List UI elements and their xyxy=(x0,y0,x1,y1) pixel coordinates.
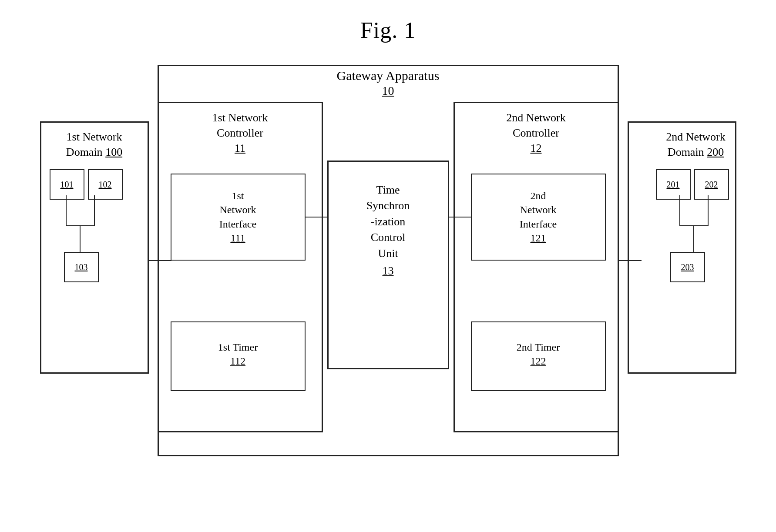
node-102: 102 xyxy=(88,169,123,200)
diagram: Gateway Apparatus 10 1st NetworkControll… xyxy=(40,65,736,500)
page-title: Fig. 1 xyxy=(360,17,416,43)
node-201: 201 xyxy=(656,169,691,200)
net-iface-1-label: 1stNetworkInterface 111 xyxy=(171,176,306,245)
node-101: 101 xyxy=(50,169,84,200)
net-ctrl-2-label: 2nd NetworkController 12 xyxy=(454,104,619,156)
net-domain-1-label: 1st NetworkDomain 100 xyxy=(40,124,149,160)
net-iface-2-label: 2ndNetworkInterface 121 xyxy=(471,176,606,245)
node-103: 103 xyxy=(64,252,99,282)
net-domain-2-label: 2nd NetworkDomain 200 xyxy=(642,124,750,160)
gateway-label: Gateway Apparatus 10 xyxy=(158,68,619,98)
node-202: 202 xyxy=(694,169,729,200)
time-sync-label: TimeSynchron-izationControlUnit 13 xyxy=(327,161,449,279)
timer-1-label: 1st Timer 112 xyxy=(171,324,306,368)
net-ctrl-1-label: 1st NetworkController 11 xyxy=(158,104,323,156)
timer-2-label: 2nd Timer 122 xyxy=(471,324,606,368)
node-203: 203 xyxy=(670,252,705,282)
